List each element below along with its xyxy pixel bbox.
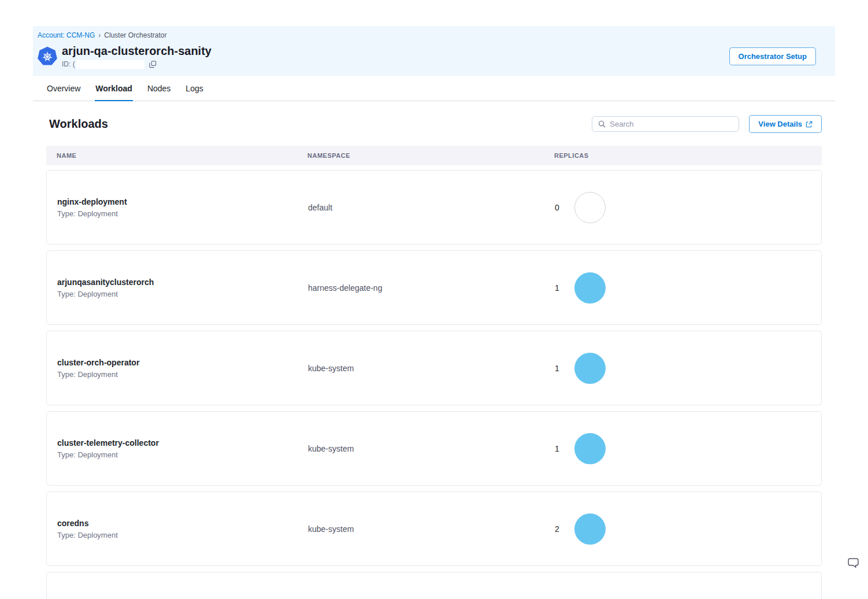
replica-count: 2 <box>555 524 559 534</box>
external-link-icon <box>806 121 813 128</box>
workload-type: Type: Deployment <box>57 450 308 459</box>
tab-workload[interactable]: Workload <box>95 84 133 101</box>
tab-overview[interactable]: Overview <box>46 84 81 101</box>
cluster-id-redaction <box>76 60 144 69</box>
workloads-toolbar: Workloads View Details <box>46 115 822 133</box>
table-row[interactable]: coredns Type: Deployment kube-system 2 <box>46 491 822 566</box>
replica-count: 1 <box>555 283 559 293</box>
workload-name-cell: cluster-orch-operator Type: Deployment <box>57 358 308 379</box>
breadcrumb-section-link[interactable]: Cluster Orchestrator <box>104 31 166 39</box>
replica-status-circle <box>574 433 606 464</box>
tab-bar: Overview Workload Nodes Logs <box>33 76 835 101</box>
chat-bubble-icon[interactable] <box>847 557 859 571</box>
replica-status-circle <box>574 353 606 384</box>
workload-name-cell: cluster-telemetry-collector Type: Deploy… <box>57 438 308 459</box>
workload-replicas-cell: 1 <box>555 433 811 464</box>
search-icon <box>598 120 606 128</box>
replica-count: 1 <box>555 364 559 373</box>
workload-name-cell: arjunqasanityclusterorch Type: Deploymen… <box>57 278 308 298</box>
workload-name: coredns <box>57 519 308 528</box>
workloads-heading: Workloads <box>49 117 108 131</box>
title-block: arjun-qa-clusterorch-sanity ID: ( <box>62 44 212 69</box>
cluster-id-row: ID: ( <box>62 60 212 69</box>
workload-type: Type: Deployment <box>57 209 308 218</box>
table-row[interactable]: cluster-telemetry-collector Type: Deploy… <box>46 411 822 486</box>
workload-replicas-cell: 1 <box>555 353 811 384</box>
workload-name: nginx-deployment <box>57 197 308 206</box>
kubernetes-icon <box>37 46 58 66</box>
workload-namespace: kube-system <box>308 444 555 453</box>
replica-status-circle <box>574 513 606 545</box>
column-header-name: NAME <box>57 152 307 159</box>
copy-icon[interactable] <box>149 61 157 68</box>
page-title: arjun-qa-clusterorch-sanity <box>62 44 212 58</box>
workload-name-cell: coredns Type: Deployment <box>57 519 308 539</box>
workload-name: cluster-telemetry-collector <box>57 438 308 448</box>
workload-namespace: kube-system <box>308 524 555 534</box>
toolbar-right: View Details <box>592 115 822 133</box>
orchestrator-setup-button[interactable]: Orchestrator Setup <box>729 47 816 65</box>
table-row[interactable]: arjunqasanityclusterorch Type: Deploymen… <box>46 250 822 325</box>
table-header: NAME NAMESPACE REPLICAS <box>46 146 822 165</box>
replica-status-circle <box>574 192 606 223</box>
search-input[interactable] <box>610 120 733 128</box>
workload-namespace: default <box>308 203 555 212</box>
tab-nodes[interactable]: Nodes <box>147 84 171 101</box>
table-row-partial[interactable] <box>46 572 822 599</box>
workload-replicas-cell: 1 <box>555 272 811 304</box>
workload-type: Type: Deployment <box>57 531 308 539</box>
cluster-title-row: arjun-qa-clusterorch-sanity ID: ( Orches… <box>37 44 831 69</box>
tab-logs[interactable]: Logs <box>185 84 203 101</box>
workload-namespace: harness-delegate-ng <box>308 283 555 293</box>
workload-replicas-cell: 0 <box>555 192 811 223</box>
replica-status-circle <box>574 272 606 304</box>
breadcrumb-account-link[interactable]: Account: CCM-NG <box>38 31 95 39</box>
workloads-table: nginx-deployment Type: Deployment defaul… <box>46 170 822 566</box>
workload-name: arjunqasanityclusterorch <box>57 278 308 287</box>
table-row[interactable]: cluster-orch-operator Type: Deployment k… <box>46 331 822 405</box>
cluster-id-label: ID: ( <box>62 60 75 68</box>
search-box[interactable] <box>592 116 739 132</box>
workload-name-cell: nginx-deployment Type: Deployment <box>57 197 308 218</box>
replica-count: 0 <box>555 203 559 212</box>
workload-type: Type: Deployment <box>57 370 308 379</box>
workload-name: cluster-orch-operator <box>57 358 308 367</box>
breadcrumb: Account: CCM-NG › Cluster Orchestrator <box>37 31 831 39</box>
column-header-namespace: NAMESPACE <box>307 152 554 159</box>
view-details-button[interactable]: View Details <box>749 115 822 133</box>
workload-type: Type: Deployment <box>57 290 308 298</box>
workloads-panel: Workloads View Details <box>33 101 835 599</box>
workload-namespace: kube-system <box>308 364 555 373</box>
breadcrumb-chevron-icon: › <box>98 31 101 39</box>
page: Account: CCM-NG › Cluster Orchestrator <box>33 26 835 599</box>
column-header-replicas: REPLICAS <box>554 152 811 159</box>
replica-count: 1 <box>555 444 559 453</box>
view-details-label: View Details <box>758 120 802 128</box>
table-row[interactable]: nginx-deployment Type: Deployment defaul… <box>46 170 822 245</box>
workload-replicas-cell: 2 <box>555 513 811 545</box>
page-header: Account: CCM-NG › Cluster Orchestrator <box>33 26 835 76</box>
